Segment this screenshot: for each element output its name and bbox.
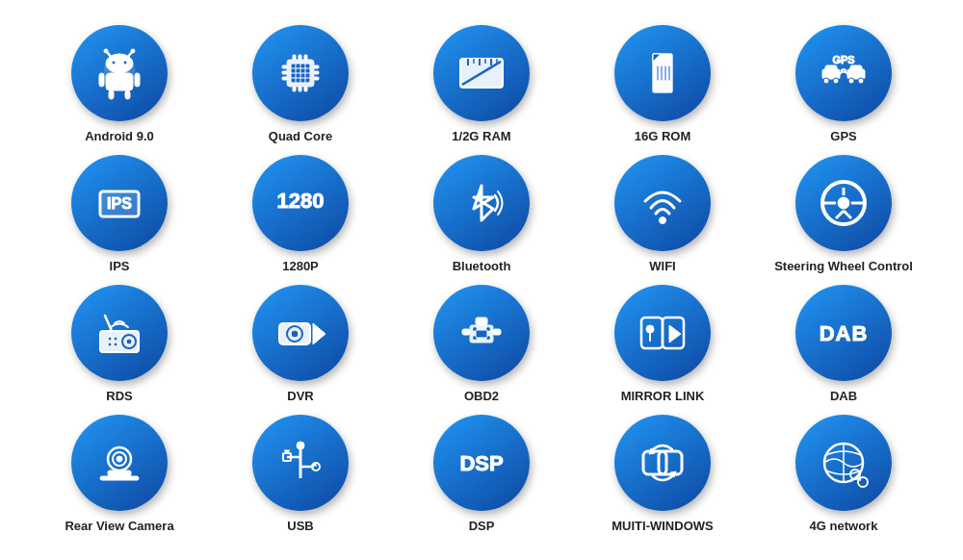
feature-item-1280p: 1280 1280P: [210, 155, 391, 275]
feature-item-dab: DAB DAB: [753, 285, 934, 405]
svg-point-77: [126, 339, 132, 344]
icon-circle-wifi: [614, 155, 711, 251]
svg-point-52: [833, 78, 839, 84]
icon-circle-usb: [252, 415, 349, 511]
svg-point-75: [114, 343, 117, 346]
feature-item-obd2: OBD2: [391, 285, 572, 405]
svg-rect-101: [100, 476, 139, 480]
feature-label-1280p: 1280P: [282, 259, 319, 275]
svg-rect-22: [299, 55, 301, 60]
svg-text:GPS: GPS: [832, 54, 854, 65]
svg-rect-100: [108, 471, 131, 476]
svg-point-7: [123, 61, 127, 64]
icon-circle-quad-core: [252, 25, 349, 121]
svg-rect-84: [476, 318, 487, 325]
icon-circle-rear-camera: [71, 415, 168, 511]
svg-line-65: [844, 211, 851, 218]
svg-rect-45: [661, 65, 663, 81]
svg-point-4: [131, 49, 135, 53]
feature-label-dvr: DVR: [287, 389, 313, 405]
icon-circle-gps: GPS: [795, 25, 892, 121]
feature-item-mirror-link: MIRROR LINK: [572, 285, 753, 405]
svg-rect-28: [282, 71, 287, 74]
feature-item-4g: 4G network: [753, 415, 934, 535]
icon-circle-rds: [71, 285, 168, 381]
icon-circle-steering: [795, 155, 892, 251]
feature-item-ips: IPS IPS: [29, 155, 210, 275]
svg-point-56: [858, 78, 864, 84]
feature-item-dvr: DVR: [210, 285, 391, 405]
svg-point-51: [823, 78, 829, 84]
icon-circle-bluetooth: [433, 155, 530, 251]
svg-rect-32: [314, 77, 319, 80]
feature-item-bluetooth: Bluetooth: [391, 155, 572, 275]
icon-circle-ips: IPS: [71, 155, 168, 251]
feature-label-4g: 4G network: [810, 519, 878, 535]
svg-point-5: [106, 54, 133, 73]
svg-text:DAB: DAB: [820, 321, 869, 345]
svg-rect-27: [282, 65, 287, 68]
svg-rect-29: [282, 77, 287, 80]
svg-rect-10: [135, 73, 140, 87]
svg-rect-50: [825, 65, 837, 72]
svg-point-94: [646, 325, 654, 333]
features-grid: Android 9.0: [0, 6, 963, 554]
svg-point-2: [104, 49, 108, 53]
svg-text:IPS: IPS: [107, 195, 132, 212]
svg-rect-12: [125, 90, 130, 99]
svg-rect-47: [668, 65, 670, 81]
feature-label-multi-windows: MUITI-WINDOWS: [612, 519, 713, 535]
feature-item-ram: 1/2G RAM: [391, 25, 572, 145]
svg-rect-24: [293, 87, 296, 91]
svg-line-71: [105, 316, 112, 331]
feature-label-mirror-link: MIRROR LINK: [621, 389, 705, 405]
svg-marker-95: [669, 325, 681, 343]
svg-rect-44: [657, 65, 659, 81]
icon-circle-ram: [433, 25, 530, 121]
svg-rect-85: [462, 329, 470, 335]
svg-rect-26: [304, 87, 307, 91]
feature-label-rear-camera: Rear View Camera: [65, 519, 173, 535]
icon-circle-1280p: 1280: [252, 155, 349, 251]
svg-rect-21: [293, 55, 296, 60]
icon-circle-dab: DAB: [795, 285, 892, 381]
svg-marker-82: [313, 323, 325, 344]
icon-circle-dsp: DSP: [433, 415, 530, 511]
icon-circle-rom: [614, 25, 711, 121]
feature-label-ram: 1/2G RAM: [452, 129, 510, 145]
feature-item-android: Android 9.0: [29, 25, 210, 145]
svg-rect-46: [664, 65, 666, 81]
feature-item-wifi: WIFI: [572, 155, 753, 275]
svg-rect-23: [304, 55, 307, 60]
feature-label-ips: IPS: [110, 259, 130, 275]
icon-circle-android: [71, 25, 168, 121]
svg-point-81: [291, 330, 299, 338]
feature-item-gps: GPS GPS: [753, 25, 934, 145]
svg-point-74: [114, 337, 117, 341]
icon-circle-multi-windows: [614, 415, 711, 511]
feature-label-usb: USB: [287, 519, 313, 535]
svg-point-99: [117, 456, 122, 462]
svg-rect-31: [314, 71, 319, 74]
svg-point-73: [108, 343, 112, 346]
feature-label-steering: Steering Wheel Control: [774, 259, 913, 275]
feature-item-multi-windows: MUITI-WINDOWS: [572, 415, 753, 535]
svg-rect-25: [299, 87, 301, 91]
icon-circle-4g: [795, 415, 892, 511]
icon-circle-obd2: [433, 285, 530, 381]
feature-label-rds: RDS: [106, 389, 132, 405]
feature-item-dsp: DSP DSP: [391, 415, 572, 535]
svg-rect-54: [850, 65, 862, 72]
feature-item-usb: USB: [210, 415, 391, 535]
feature-item-rds: RDS: [29, 285, 210, 405]
feature-item-rear-camera: Rear View Camera: [29, 415, 210, 535]
feature-item-quad-core: Quad Core: [210, 25, 391, 145]
svg-point-103: [297, 442, 304, 449]
svg-rect-86: [493, 329, 501, 335]
svg-point-72: [108, 337, 112, 341]
feature-label-quad-core: Quad Core: [269, 129, 332, 145]
svg-rect-9: [99, 73, 104, 87]
svg-point-66: [838, 197, 849, 209]
svg-point-61: [660, 217, 666, 224]
svg-rect-69: [100, 331, 139, 352]
